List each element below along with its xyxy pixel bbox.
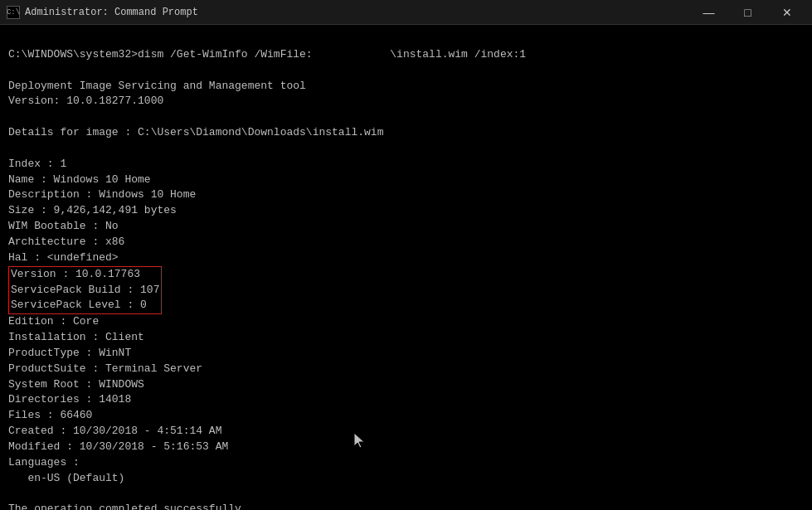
terminal-line: ProductType : WinNT bbox=[8, 346, 804, 362]
terminal-line: Details for image : C:\Users\Diamond\Dow… bbox=[8, 125, 804, 141]
minimize-button[interactable]: — bbox=[690, 0, 727, 25]
terminal-line: Modified : 10/30/2018 - 5:16:53 AM bbox=[8, 440, 804, 455]
terminal-line bbox=[8, 109, 804, 125]
terminal-line: Edition : Core bbox=[8, 314, 804, 330]
terminal-line: Version: 10.0.18277.1000 bbox=[8, 94, 804, 109]
terminal-line: WIM Bootable : No bbox=[8, 219, 804, 235]
window-title: Administrator: Command Prompt bbox=[25, 7, 198, 18]
terminal-line: en-US (Default) bbox=[8, 471, 804, 487]
terminal-line bbox=[8, 141, 804, 157]
terminal-line-splevel: ServicePack Level : 0 bbox=[11, 298, 159, 313]
terminal-line: Description : Windows 10 Home bbox=[8, 187, 804, 203]
terminal-line: Directories : 14018 bbox=[8, 392, 804, 408]
cmd-icon: C:\ bbox=[7, 6, 20, 19]
terminal-line: Deployment Image Servicing and Managemen… bbox=[8, 79, 804, 95]
terminal-line-spbuild: ServicePack Build : 107 bbox=[11, 283, 159, 299]
terminal-line-operation: The operation completed successfully. bbox=[8, 502, 804, 510]
terminal-line: C:\WINDOWS\system32>dism /Get-WimInfo /W… bbox=[8, 47, 804, 63]
terminal-line bbox=[8, 486, 804, 502]
terminal-line: Index : 1 bbox=[8, 157, 804, 172]
title-bar: C:\ Administrator: Command Prompt — □ ✕ bbox=[0, 0, 812, 25]
terminal-line: System Root : WINDOWS bbox=[8, 377, 804, 393]
maximize-button[interactable]: □ bbox=[729, 0, 766, 25]
highlight-block: Version : 10.0.17763 ServicePack Build :… bbox=[8, 266, 162, 315]
terminal-line: Files : 66460 bbox=[8, 408, 804, 424]
terminal-line: Size : 9,426,142,491 bytes bbox=[8, 203, 804, 219]
terminal-line-version: Version : 10.0.17763 bbox=[11, 267, 159, 283]
title-bar-left: C:\ Administrator: Command Prompt bbox=[7, 6, 198, 19]
terminal-line: Languages : bbox=[8, 455, 804, 471]
terminal-line: Hal : <undefined> bbox=[8, 250, 804, 266]
terminal-line: Installation : Client bbox=[8, 330, 804, 346]
terminal-line: Name : Windows 10 Home bbox=[8, 172, 804, 188]
terminal-line: Architecture : x86 bbox=[8, 235, 804, 250]
terminal-body: C:\WINDOWS\system32>dism /Get-WimInfo /W… bbox=[0, 25, 812, 510]
window-controls: — □ ✕ bbox=[690, 0, 805, 25]
terminal-line: ProductSuite : Terminal Server bbox=[8, 362, 804, 377]
terminal-line bbox=[8, 63, 804, 79]
terminal-line: Created : 10/30/2018 - 4:51:14 AM bbox=[8, 424, 804, 440]
terminal-line bbox=[8, 32, 804, 47]
close-button[interactable]: ✕ bbox=[768, 0, 805, 25]
